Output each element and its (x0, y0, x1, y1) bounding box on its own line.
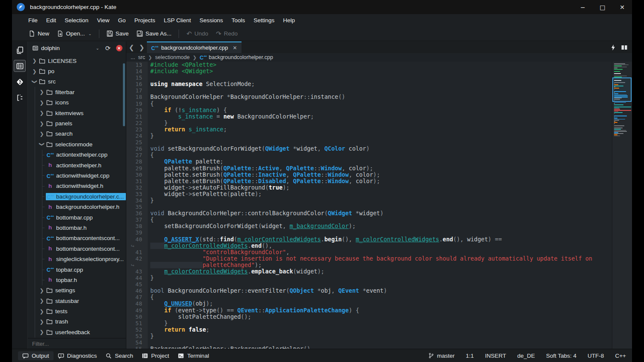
insert-mode-status[interactable]: INSERT (485, 353, 506, 359)
chevron-collapsed-icon[interactable]: ❯ (39, 329, 45, 335)
code-line[interactable]: Q_ASSERT_X(std::find(m_colorControlledWi… (148, 236, 612, 243)
tree-item-topbar-cpp[interactable]: C++topbar.cpp (28, 264, 126, 275)
code-line[interactable]: { (148, 217, 612, 223)
menu-help[interactable]: Help (279, 14, 299, 27)
tree-item-backgroundcolorhelper-h[interactable]: hbackgroundcolorhelper.h (28, 202, 126, 212)
code-line[interactable]: "Duplicate insertion is not necessary be… (148, 255, 612, 262)
tree-item-filterbar[interactable]: ❯filterbar (28, 87, 126, 97)
menu-lsp-client[interactable]: LSP Client (159, 14, 195, 27)
code-line[interactable]: } (148, 120, 612, 126)
menu-settings[interactable]: Settings (249, 14, 279, 27)
code-line[interactable] (148, 339, 612, 346)
tab-close-icon[interactable]: ✕ (231, 45, 237, 51)
project-tool-button[interactable]: Project (137, 351, 173, 360)
sidebar-documents-button[interactable] (14, 44, 26, 56)
code-line[interactable]: return false; (148, 326, 612, 333)
split-view-icon[interactable] (621, 44, 628, 51)
tree-item-topbar-h[interactable]: htopbar.h (28, 275, 126, 285)
sidebar-projects-button[interactable] (14, 60, 26, 72)
maximize-button[interactable]: □ (593, 0, 612, 14)
code-line[interactable]: "controlBackgroundColor", (148, 249, 612, 255)
code-line[interactable]: if (!s_instance) { (148, 107, 612, 113)
breadcrumb-ellipsis[interactable]: ... (131, 54, 135, 60)
tree-item-singleclickselectionproxy-[interactable]: hsingleclickselectionproxy... (28, 254, 126, 264)
code-line[interactable]: palette.setBrush(QPalette::Active, QPale… (148, 165, 612, 172)
project-selector[interactable]: dolphin ⌄ (30, 44, 101, 52)
code-line[interactable]: QPalette palette; (148, 158, 612, 165)
code-line[interactable]: bool BackgroundColorHelper::eventFilter(… (148, 288, 612, 294)
tree-item-actiontexthelper-cpp[interactable]: C++actiontexthelper.cpp (28, 150, 126, 160)
code-line[interactable]: } (148, 320, 612, 326)
tab-backgroundcolorhelper[interactable]: C++ backgroundcolorhelper.cpp ✕ (147, 42, 242, 53)
tree-item-po[interactable]: ❯po (28, 66, 126, 76)
sidebar-symbols-button[interactable] (14, 92, 26, 104)
code-line[interactable]: } (148, 333, 612, 339)
code-line[interactable]: return s_instance; (148, 126, 612, 133)
tree-item-bottombarcontentscont-[interactable]: hbottombarcontentscont... (28, 243, 126, 254)
menu-edit[interactable]: Edit (42, 14, 60, 27)
tree-item-actionwithwidget-cpp[interactable]: C++actionwithwidget.cpp (28, 170, 126, 181)
tree-item-bottombar-h[interactable]: hbottombar.h (28, 223, 126, 233)
code-line[interactable]: widget->setAutoFillBackground(true); (148, 184, 612, 191)
project-close-button[interactable]: ✕ (115, 44, 123, 53)
chevron-collapsed-icon[interactable]: ❯ (39, 89, 45, 95)
code-line[interactable]: s_instance = new BackgroundColorHelper; (148, 113, 612, 120)
encoding-status[interactable]: UTF-8 (587, 353, 604, 359)
tree-item-kitemviews[interactable]: ❯kitemviews (28, 108, 126, 118)
minimap-scrollbar[interactable] (612, 62, 632, 349)
chevron-collapsed-icon[interactable]: ❯ (31, 58, 38, 64)
tree-item-settings[interactable]: ❯settings (28, 285, 126, 296)
code-lines[interactable]: #include <QPalette>#include <QWidget>usi… (148, 62, 612, 349)
code-line[interactable] (148, 281, 612, 288)
code-line[interactable]: m_colorControlledWidgets.emplace_back(wi… (148, 268, 612, 275)
code-line[interactable] (148, 229, 612, 236)
code-line[interactable]: setBackgroundColorForWidget(widget, m_ba… (148, 223, 612, 229)
search-button[interactable]: Search (101, 351, 137, 360)
tabs-status[interactable]: Soft Tabs: 4 (546, 353, 576, 359)
breadcrumb-file[interactable]: C++ backgroundcolorhelper.cpp (200, 54, 273, 60)
nav-forward-button[interactable]: ❯ (137, 42, 147, 53)
close-button[interactable]: ✕ (612, 0, 632, 14)
code-line[interactable]: { (148, 101, 612, 107)
code-line[interactable]: m_colorControlledWidgets.end(), (148, 243, 612, 249)
menu-go[interactable]: Go (114, 14, 130, 27)
code-line[interactable]: void BackgroundColorHelper::controlBackg… (148, 210, 612, 217)
menu-file[interactable]: File (24, 14, 42, 27)
tree-item-backgroundcolorhelper-c-[interactable]: C++backgroundcolorhelper.c... (28, 191, 126, 202)
code-line[interactable]: BackgroundColorHelper::BackgroundColorHe… (148, 346, 612, 349)
save-button[interactable]: Save (103, 29, 133, 39)
code-line[interactable]: } (148, 133, 612, 139)
code-line[interactable] (148, 74, 612, 81)
tree-scrollbar[interactable] (123, 63, 125, 126)
menu-sessions[interactable]: Sessions (195, 14, 227, 27)
menu-selection[interactable]: Selection (60, 14, 93, 27)
tree-item-panels[interactable]: ❯panels (28, 118, 126, 128)
code-line[interactable]: } (148, 275, 612, 281)
menu-projects[interactable]: Projects (130, 14, 160, 27)
tree-item-actionwithwidget-h[interactable]: hactionwithwidget.h (28, 181, 126, 191)
redo-button[interactable]: ↷ Redo (212, 29, 242, 39)
code-line[interactable]: palette.setBrush(QPalette::Disabled, QPa… (148, 178, 612, 184)
tree-item-src[interactable]: ❯src (28, 77, 126, 87)
chevron-collapsed-icon[interactable]: ❯ (31, 68, 38, 74)
code-line[interactable] (148, 87, 612, 94)
code-line[interactable]: slotPaletteChanged(); (148, 314, 612, 320)
project-refresh-button[interactable]: ⟳ (104, 44, 112, 53)
undo-button[interactable]: ↶ Undo (182, 29, 212, 39)
breadcrumb-item[interactable]: src (138, 54, 145, 60)
code-line[interactable]: using namespace SelectionMode; (148, 81, 612, 87)
breadcrumb-item[interactable]: selectionmode (155, 54, 190, 60)
filter-input[interactable] (28, 341, 126, 347)
new-button[interactable]: New (25, 29, 53, 39)
tree-item-selectionmode[interactable]: ❯selectionmode (28, 139, 126, 149)
chevron-collapsed-icon[interactable]: ❯ (39, 121, 45, 127)
code-line[interactable]: BackgroundColorHelper *BackgroundColorHe… (148, 94, 612, 100)
code-line[interactable]: { (148, 152, 612, 158)
tree-item-tests[interactable]: ❯tests (28, 306, 126, 316)
save-as-button[interactable]: Save As... (133, 29, 176, 39)
minimap-viewport[interactable] (612, 77, 632, 102)
open-button[interactable]: Open... ⌄ (53, 29, 95, 39)
code-line[interactable]: if (event->type() == QEvent::Application… (148, 307, 612, 314)
chevron-collapsed-icon[interactable]: ❯ (39, 131, 45, 137)
chevron-collapsed-icon[interactable]: ❯ (39, 100, 45, 106)
